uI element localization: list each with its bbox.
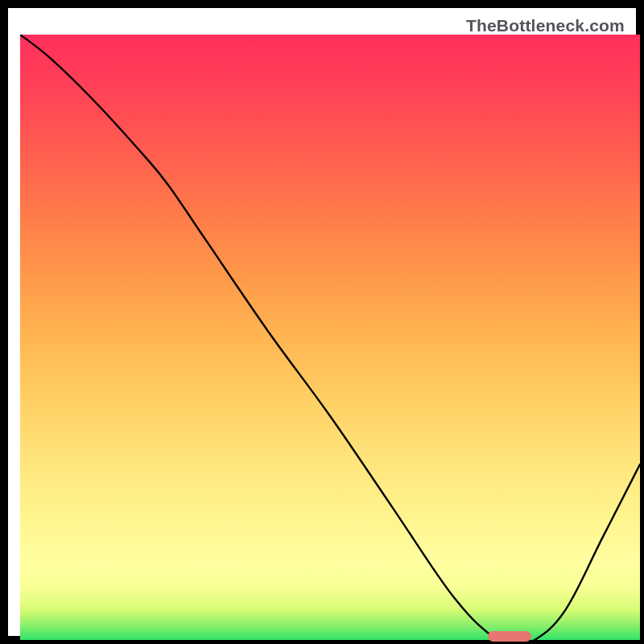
watermark-text: TheBottleneck.com: [466, 16, 625, 35]
chart-frame: TheBottleneck.com: [8, 8, 636, 636]
optimal-range-marker: [488, 631, 531, 642]
bottleneck-curve: [20, 35, 640, 640]
